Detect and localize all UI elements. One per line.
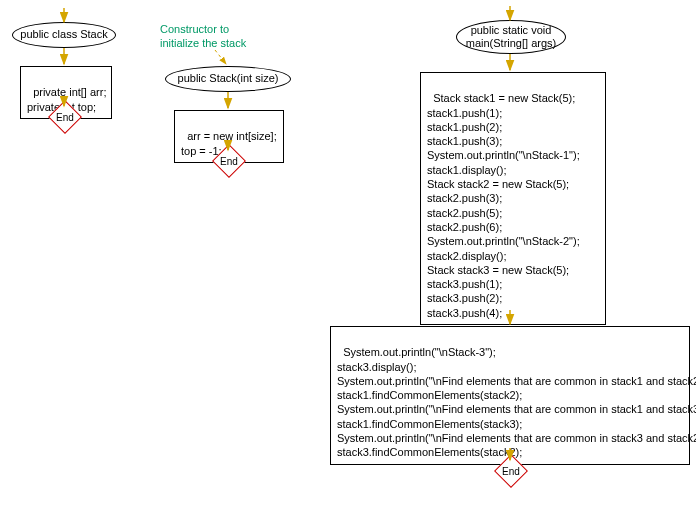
constructor-label: public Stack(int size) [178, 72, 279, 85]
end-label-2: End [220, 156, 238, 167]
end-diamond-3: End [496, 456, 526, 486]
constructor-comment: Constructor to initialize the stack [160, 22, 246, 51]
main-body1-text: Stack stack1 = new Stack(5); stack1.push… [427, 92, 580, 318]
class-stack-label: public class Stack [20, 28, 107, 41]
end-diamond-2: End [214, 146, 244, 176]
constructor-ellipse: public Stack(int size) [165, 66, 291, 92]
class-stack-ellipse: public class Stack [12, 22, 116, 48]
main-body1-rect: Stack stack1 = new Stack(5); stack1.push… [420, 72, 606, 325]
end-diamond-1: End [50, 102, 80, 132]
main-label: public static void main(String[] args) [466, 24, 556, 50]
end-label-1: End [56, 112, 74, 123]
main-body2-rect: System.out.println("\nStack-3"); stack3.… [330, 326, 690, 465]
main-body2-text: System.out.println("\nStack-3"); stack3.… [337, 346, 696, 458]
main-ellipse: public static void main(String[] args) [456, 20, 566, 54]
end-label-3: End [502, 466, 520, 477]
svg-line-4 [215, 50, 226, 64]
